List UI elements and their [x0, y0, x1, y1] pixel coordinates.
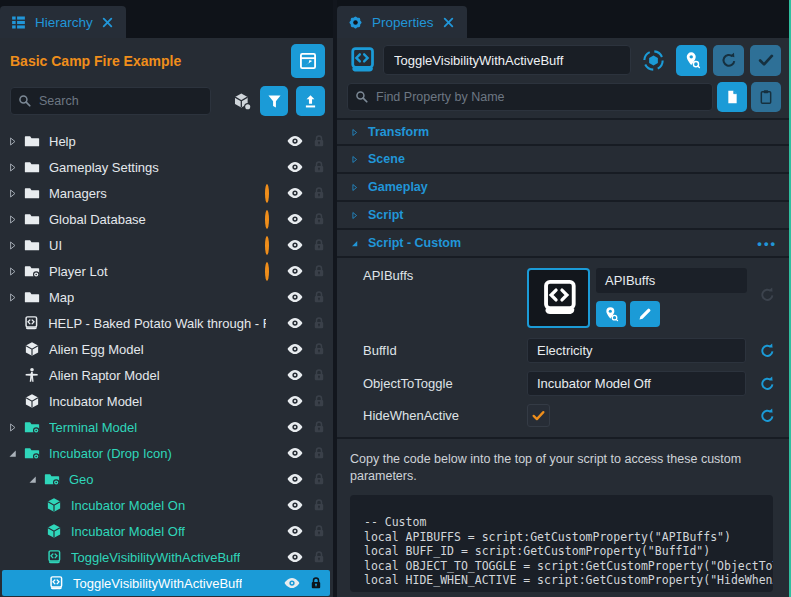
tree-row-player-lot[interactable]: Player Lot — [0, 258, 333, 284]
visibility-eye-icon[interactable] — [283, 574, 301, 592]
tree-row-help-baked-potato[interactable]: HELP - Baked Potato Walk through - RI — [0, 310, 333, 336]
property-search-input[interactable] — [347, 83, 713, 111]
tree-row-geo[interactable]: Geo — [0, 466, 333, 492]
lock-icon[interactable] — [312, 315, 326, 331]
apply-button[interactable] — [750, 45, 781, 76]
visibility-eye-icon[interactable] — [286, 366, 304, 384]
copy-properties-button[interactable] — [717, 82, 747, 112]
close-icon[interactable] — [101, 16, 114, 29]
visibility-eye-icon[interactable] — [286, 340, 304, 358]
section-gameplay[interactable]: Gameplay — [337, 174, 789, 202]
expand-arrow-icon[interactable] — [6, 237, 24, 253]
find-in-hierarchy-button[interactable] — [676, 45, 707, 76]
lock-icon[interactable] — [312, 393, 326, 409]
open-map-button[interactable] — [291, 44, 325, 78]
lock-icon[interactable] — [312, 445, 326, 461]
tab-properties[interactable]: Properties — [337, 6, 467, 38]
tree-row-terminal-model[interactable]: Terminal Model — [0, 414, 333, 440]
visibility-eye-icon[interactable] — [286, 470, 304, 488]
section-script-custom[interactable]: Script - Custom ••• — [337, 230, 789, 258]
reset-property-icon[interactable] — [759, 375, 776, 392]
lock-icon[interactable] — [312, 497, 326, 513]
paste-properties-button[interactable] — [751, 82, 781, 112]
section-script[interactable]: Script — [337, 202, 789, 230]
expand-arrow-icon[interactable] — [6, 185, 24, 201]
lock-icon[interactable] — [312, 289, 326, 305]
lock-icon[interactable] — [309, 575, 323, 591]
tree-row-managers[interactable]: Managers — [0, 180, 333, 206]
expand-arrow-icon[interactable] — [6, 419, 24, 435]
tree-row-incubator-model-off[interactable]: Incubator Model Off — [0, 518, 333, 544]
buffid-value-field[interactable]: Electricity — [527, 338, 746, 363]
tree-row-help[interactable]: Help — [0, 128, 333, 154]
close-icon[interactable] — [442, 16, 455, 29]
tree-row-alien-egg-model[interactable]: Alien Egg Model — [0, 336, 333, 362]
visibility-eye-icon[interactable] — [286, 262, 304, 280]
collapse-arrow-icon[interactable] — [6, 445, 24, 461]
visibility-eye-icon[interactable] — [286, 132, 304, 150]
lock-icon[interactable] — [312, 185, 326, 201]
object-type-icon[interactable] — [233, 92, 252, 111]
expand-arrow-icon[interactable] — [6, 159, 24, 175]
visibility-eye-icon[interactable] — [286, 418, 304, 436]
visibility-eye-icon[interactable] — [286, 236, 304, 254]
expand-arrow-icon[interactable] — [6, 211, 24, 227]
lock-icon[interactable] — [312, 549, 326, 565]
tree-row-togglevisibility-2-selected[interactable]: ToggleVisibilityWithActiveBuff — [2, 570, 330, 596]
networked-icon[interactable] — [641, 48, 666, 73]
reset-property-icon[interactable] — [759, 286, 776, 303]
tree-row-incubator-model[interactable]: Incubator Model — [0, 388, 333, 414]
visibility-eye-icon[interactable] — [286, 158, 304, 176]
filter-button[interactable] — [260, 86, 289, 116]
asset-thumbnail[interactable] — [527, 268, 590, 328]
tree-row-ui[interactable]: UI — [0, 232, 333, 258]
tree-row-global-database[interactable]: Global Database — [0, 206, 333, 232]
visibility-eye-icon[interactable] — [286, 392, 304, 410]
section-scene[interactable]: Scene — [337, 146, 789, 174]
expand-arrow-icon[interactable] — [6, 289, 24, 305]
tree-row-map[interactable]: Map — [0, 284, 333, 310]
code-snippet[interactable]: -- Custom local APIBUFFS = script:GetCus… — [350, 495, 773, 592]
properties-body: Transform Scene Gameplay Script Script -… — [337, 38, 789, 597]
asset-name-field[interactable]: APIBuffs — [596, 268, 747, 293]
locate-asset-button[interactable] — [596, 301, 626, 327]
visibility-eye-icon[interactable] — [286, 444, 304, 462]
reset-property-icon[interactable] — [759, 342, 776, 359]
lock-icon[interactable] — [312, 263, 326, 279]
object-name-input[interactable] — [383, 45, 631, 75]
visibility-eye-icon[interactable] — [286, 548, 304, 566]
tree-row-gameplay-settings[interactable]: Gameplay Settings — [0, 154, 333, 180]
lock-icon[interactable] — [312, 341, 326, 357]
section-menu-button[interactable]: ••• — [757, 236, 777, 251]
lock-icon[interactable] — [312, 211, 326, 227]
expand-arrow-icon[interactable] — [6, 133, 24, 149]
export-button[interactable] — [296, 86, 325, 116]
lock-icon[interactable] — [312, 237, 326, 253]
lock-icon[interactable] — [312, 471, 326, 487]
tree-row-incubator-drop-icon[interactable]: Incubator (Drop Icon) — [0, 440, 333, 466]
lock-icon[interactable] — [312, 367, 326, 383]
objecttotoggle-value-field[interactable]: Incubator Model Off — [527, 371, 746, 396]
expand-arrow-icon[interactable] — [6, 263, 24, 279]
tree-row-alien-raptor-model[interactable]: Alien Raptor Model — [0, 362, 333, 388]
visibility-eye-icon[interactable] — [286, 522, 304, 540]
hidewhenactive-checkbox[interactable] — [527, 404, 550, 427]
tree-row-togglevisibility-1[interactable]: ToggleVisibilityWithActiveBuff — [0, 544, 333, 570]
visibility-eye-icon[interactable] — [286, 210, 304, 228]
visibility-eye-icon[interactable] — [286, 496, 304, 514]
hierarchy-search-input[interactable] — [10, 87, 211, 115]
lock-icon[interactable] — [312, 159, 326, 175]
tree-row-incubator-model-on[interactable]: Incubator Model On — [0, 492, 333, 518]
lock-icon[interactable] — [312, 419, 326, 435]
collapse-arrow-icon[interactable] — [26, 471, 44, 487]
visibility-eye-icon[interactable] — [286, 184, 304, 202]
revert-button[interactable] — [713, 45, 744, 76]
lock-icon[interactable] — [312, 133, 326, 149]
edit-asset-button[interactable] — [630, 301, 660, 327]
visibility-eye-icon[interactable] — [286, 314, 304, 332]
reset-property-icon[interactable] — [759, 407, 776, 424]
section-transform[interactable]: Transform — [337, 118, 789, 146]
lock-icon[interactable] — [312, 523, 326, 539]
visibility-eye-icon[interactable] — [286, 288, 304, 306]
tab-hierarchy[interactable]: Hierarchy — [0, 6, 126, 38]
